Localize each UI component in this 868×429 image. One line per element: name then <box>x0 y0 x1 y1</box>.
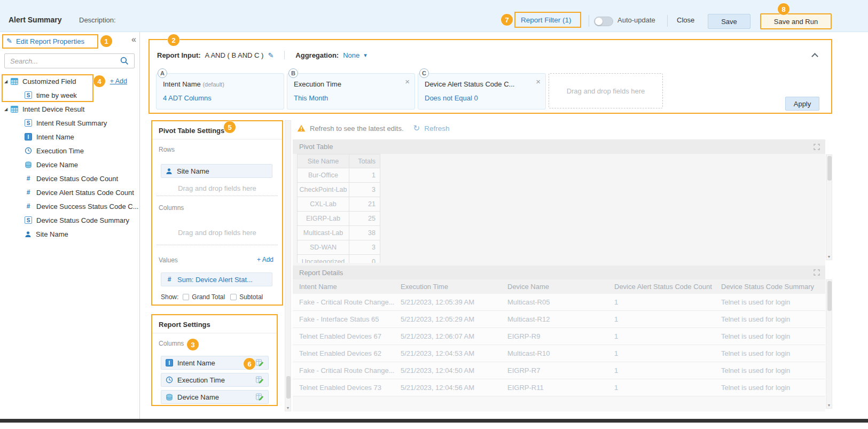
pivot-row: Multicast-Lab 38 <box>298 226 380 240</box>
tree-item-device-success-status-code-count[interactable]: # Device Success Status Code C... <box>0 199 140 213</box>
report-filter-button[interactable]: Report Filter (1) <box>521 16 572 24</box>
scrollbar-thumb[interactable] <box>827 281 832 311</box>
tree-item-time-by-week[interactable]: S time by week <box>0 88 140 102</box>
tree-item-execution-time[interactable]: Execution Time <box>0 144 140 158</box>
columns-drop-zone[interactable]: Drag and drop fields here <box>152 229 282 237</box>
report-details-scrollbar[interactable]: ▼ <box>826 279 832 409</box>
save-button[interactable]: Save <box>708 14 750 29</box>
scrollbar-thumb[interactable] <box>286 376 291 399</box>
card-value-link[interactable]: Does not Equal 0 <box>425 94 478 102</box>
card-value-link[interactable]: 4 ADT Columns <box>163 94 212 102</box>
scroll-down-arrow[interactable]: ▼ <box>285 406 291 410</box>
close-button[interactable]: Close <box>677 16 694 24</box>
scroll-down-arrow[interactable]: ▼ <box>826 403 832 407</box>
tree-item-label: Device Status Code Summary <box>36 216 129 224</box>
pivot-cell: CheckPoint-Lab <box>298 183 349 197</box>
aggregation-select[interactable]: None <box>343 51 359 59</box>
add-value-link[interactable]: + Add <box>257 256 273 263</box>
tree-item-intent-result-summary[interactable]: S Intent Result Summary <box>0 116 140 130</box>
clock-icon <box>25 147 32 154</box>
subtotal-label: Subtotal <box>239 293 263 301</box>
details-cell: 5/21/2023, 12:04:56 AM <box>401 384 507 392</box>
report-column-chip-device-name[interactable]: Device Name <box>161 390 269 404</box>
column-edit-icon[interactable] <box>256 376 264 384</box>
report-settings-panel: Report Settings Columns I Intent Name Ex… <box>151 314 278 406</box>
tree-item-site-name[interactable]: Site Name <box>0 227 140 241</box>
toggle-knob <box>595 18 603 25</box>
refresh-link[interactable]: Refresh <box>424 124 449 132</box>
details-cell: 1 <box>614 332 721 340</box>
pivot-table-settings-panel: Pivot Table Settings Rows Site Name Drag… <box>151 120 283 306</box>
tree-item-label: Intent Name <box>36 133 74 141</box>
expand-icon[interactable] <box>814 144 820 150</box>
input-card-c: C Device Alert Status Code C... × Does n… <box>418 73 546 110</box>
site-person-icon <box>25 231 32 238</box>
show-label: Show: <box>161 293 178 301</box>
tree-expanded-icon[interactable]: ◢ <box>4 79 11 84</box>
refresh-icon[interactable]: ↻ <box>413 123 420 133</box>
close-icon[interactable]: × <box>536 77 541 86</box>
details-cell: Fake - Critical Route Change... <box>299 366 401 375</box>
details-col-header: Intent Name <box>299 283 401 291</box>
details-cell: 1 <box>614 366 721 375</box>
details-row: Fake - Critical Route Change... 5/21/202… <box>293 362 825 379</box>
auto-update-toggle[interactable] <box>594 17 613 26</box>
pivot-table-scrollbar[interactable]: ▼ <box>826 154 832 260</box>
tree-item-device-status-code-count[interactable]: # Device Status Code Count <box>0 171 140 185</box>
details-cell: Telnet Enabled Devices 67 <box>299 332 401 340</box>
pivot-table-section-header: Pivot Table <box>293 139 825 154</box>
edit-report-properties-link[interactable]: Edit Report Properties <box>16 37 84 45</box>
tree-item-device-alert-status-code-count[interactable]: # Device Alert Status Code Count <box>0 185 140 199</box>
chevron-down-icon[interactable]: ▾ <box>364 52 367 59</box>
field-tree: ◢ Customized Field + Add S time by week … <box>0 74 140 241</box>
save-and-run-button[interactable]: Save and Run <box>760 13 832 29</box>
details-col-header: Device Alert Status Code Count <box>614 283 721 291</box>
column-edit-icon[interactable] <box>256 359 264 366</box>
details-header-row: Intent Name Execution Time Device Name D… <box>293 279 825 294</box>
search-input[interactable] <box>4 53 135 68</box>
column-edit-icon[interactable] <box>256 393 264 401</box>
rows-drop-zone[interactable]: Drag and drop fields here <box>152 184 282 192</box>
pivot-row: CheckPoint-Lab 3 <box>298 183 380 197</box>
number-type-icon: # <box>166 276 173 283</box>
report-column-chip-execution-time[interactable]: Execution Time <box>161 373 269 387</box>
tree-group-intent-device-result[interactable]: ◢ Intent Device Result <box>0 102 140 116</box>
grand-total-checkbox[interactable] <box>183 294 189 300</box>
input-drop-zone[interactable]: Drag and drop fields here <box>549 73 663 108</box>
details-row: Telnet Enabled Devices 67 5/21/2023, 12:… <box>293 328 825 345</box>
details-cell: 5/21/2023, 12:05:39 AM <box>401 298 507 306</box>
search-icon[interactable] <box>120 56 129 67</box>
subtotal-checkbox[interactable] <box>230 294 237 300</box>
callout-8: 8 <box>778 3 789 15</box>
pivot-rows-field-chip[interactable]: Site Name <box>161 164 272 178</box>
tree-item-device-name[interactable]: Device Name <box>0 158 140 171</box>
edit-expression-icon[interactable]: ✎ <box>268 51 273 59</box>
card-title-text: Execution Time <box>294 80 341 88</box>
details-cell: EIGRP-R7 <box>507 366 614 375</box>
settings-scrollbar[interactable]: ▼ <box>285 120 291 411</box>
add-customized-field-link[interactable]: + Add <box>110 77 127 85</box>
expand-icon[interactable] <box>814 269 820 276</box>
pivot-cell: 3 <box>349 183 380 197</box>
close-icon[interactable]: × <box>405 77 410 86</box>
scroll-down-arrow[interactable]: ▼ <box>826 255 832 259</box>
tree-group-customized-field[interactable]: ◢ Customized Field + Add <box>0 74 140 88</box>
collapse-sidebar-icon[interactable]: « <box>131 35 136 44</box>
scrollbar-thumb[interactable] <box>827 156 832 181</box>
tree-expanded-icon[interactable]: ◢ <box>4 107 11 112</box>
values-section-label: Values <box>159 256 178 264</box>
collapse-panel-icon[interactable] <box>811 53 818 60</box>
pivot-cell: 38 <box>349 226 380 240</box>
details-cell: 1 <box>614 298 721 306</box>
report-input-label: Report Input: <box>157 51 201 59</box>
tree-item-intent-name[interactable]: I Intent Name <box>0 130 140 144</box>
input-card-b: B Execution Time × This Month <box>287 73 415 110</box>
card-value-link[interactable]: This Month <box>294 94 328 102</box>
divider <box>152 139 282 139</box>
grand-total-label: Grand Total <box>192 293 225 301</box>
auto-update-label: Auto-update <box>617 16 655 24</box>
pivot-values-field-chip[interactable]: # Sum: Device Alert Stat... <box>161 272 272 286</box>
apply-button[interactable]: Apply <box>785 97 819 111</box>
tree-item-device-status-code-summary[interactable]: S Device Status Code Summary <box>0 213 140 227</box>
pivot-row: EIGRP-Lab 25 <box>298 212 380 226</box>
